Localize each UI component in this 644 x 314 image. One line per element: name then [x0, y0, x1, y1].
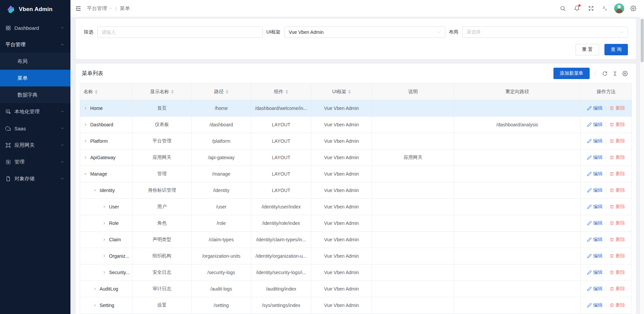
- search-icon[interactable]: [557, 2, 569, 14]
- column-header-[interactable]: 显示名称: [132, 83, 192, 100]
- delete-button[interactable]: 删除: [609, 154, 625, 161]
- delete-button[interactable]: 删除: [609, 187, 625, 193]
- sidebar-subitem-data-dictionary[interactable]: 数据字典: [0, 86, 70, 103]
- cell-display-name: 审计日志: [132, 281, 192, 297]
- chevron-right-icon[interactable]: [102, 221, 106, 225]
- edit-button[interactable]: 编辑: [587, 171, 602, 177]
- column-header-[interactable]: 名称: [80, 83, 132, 100]
- edit-button[interactable]: 编辑: [587, 302, 602, 308]
- chevron-right-icon[interactable]: [84, 123, 88, 127]
- app-logo[interactable]: Vben Admin: [0, 0, 70, 19]
- sidebar-item-manage[interactable]: 管理: [0, 153, 70, 170]
- user-avatar-button[interactable]: [613, 2, 625, 14]
- sidebar-item-api-gateway[interactable]: 应用网关: [0, 137, 70, 153]
- cell-description: [372, 297, 454, 314]
- chevron-right-icon[interactable]: [84, 155, 88, 160]
- edit-button[interactable]: 编辑: [587, 237, 602, 243]
- edit-button[interactable]: 编辑: [587, 154, 602, 161]
- sort-icon[interactable]: [285, 90, 288, 94]
- translate-icon[interactable]: 文A: [599, 2, 611, 14]
- storage-icon: [5, 176, 11, 182]
- trash-icon: [609, 204, 614, 209]
- delete-button[interactable]: 删除: [609, 286, 625, 292]
- ui-framework-select[interactable]: Vue Vben Admin: [284, 26, 445, 38]
- sidebar-item-dashboard[interactable]: Dashboard: [0, 19, 70, 36]
- cell-display-name: 设置: [132, 297, 192, 314]
- chevron-right-icon[interactable]: [93, 303, 97, 307]
- fullscreen-icon[interactable]: [585, 2, 597, 14]
- sidebar-item-saas[interactable]: Saas: [0, 120, 70, 137]
- chevron-right-icon[interactable]: [84, 106, 88, 110]
- sidebar-item-object-storage[interactable]: 对象存储: [0, 170, 70, 187]
- page-scrollbar[interactable]: [640, 17, 644, 314]
- delete-button[interactable]: 删除: [609, 138, 625, 144]
- column-header-[interactable]: 路径: [192, 83, 251, 100]
- edit-button[interactable]: 编辑: [587, 138, 602, 144]
- action-divider: [606, 254, 606, 258]
- layout-select[interactable]: 请选择: [462, 26, 628, 38]
- edit-button[interactable]: 编辑: [587, 204, 602, 210]
- sidebar-subitem-menu[interactable]: 菜单: [0, 70, 70, 86]
- sort-icon[interactable]: [226, 90, 228, 94]
- edit-button[interactable]: 编辑: [587, 253, 602, 259]
- chevron-down-icon[interactable]: [93, 188, 97, 192]
- trash-icon: [609, 139, 614, 143]
- notification-icon[interactable]: [571, 2, 583, 14]
- delete-button[interactable]: 删除: [609, 269, 625, 275]
- cell-display-name: 身份标识管理: [132, 182, 192, 199]
- edit-button[interactable]: 编辑: [587, 122, 602, 128]
- row-height-icon[interactable]: [610, 71, 620, 76]
- chevron-right-icon[interactable]: [102, 238, 106, 242]
- settings-icon[interactable]: [627, 2, 639, 14]
- edit-icon: [587, 139, 592, 143]
- cell-description: [372, 100, 454, 117]
- table-row-platform: Platform平台管理/platformLAYOUTVue Vben Admi…: [80, 133, 632, 149]
- cell-redirect: [454, 297, 581, 314]
- sort-icon[interactable]: [348, 90, 351, 94]
- chevron-right-icon[interactable]: [93, 287, 97, 291]
- column-settings-icon[interactable]: [620, 71, 630, 76]
- chevron-right-icon[interactable]: [102, 205, 106, 209]
- sidebar-item-platform[interactable]: 平台管理: [0, 36, 70, 53]
- cell-description: [372, 117, 454, 133]
- refresh-icon[interactable]: [600, 71, 610, 76]
- reset-button[interactable]: 重 置: [576, 44, 599, 55]
- table-toolbar: 菜单列表 添加新菜单: [80, 64, 632, 83]
- delete-button[interactable]: 删除: [609, 204, 625, 210]
- chevron-right-icon[interactable]: [102, 254, 106, 258]
- sidebar-subitem-layout[interactable]: 布局: [0, 53, 70, 70]
- row-name: Setting: [100, 303, 114, 308]
- sidebar-collapse-icon[interactable]: [75, 5, 82, 12]
- sort-icon[interactable]: [171, 90, 174, 94]
- table-row-security: Security...安全日志/security-logs/identity/s…: [80, 264, 632, 281]
- delete-button[interactable]: 删除: [609, 253, 625, 259]
- chevron-right-icon[interactable]: [84, 139, 88, 143]
- delete-button[interactable]: 删除: [609, 220, 625, 226]
- search-button[interactable]: 查 询: [604, 44, 628, 55]
- cell-path: /security-logs: [192, 264, 251, 281]
- breadcrumb-item-menu[interactable]: 菜单: [120, 5, 130, 12]
- delete-button[interactable]: 删除: [609, 302, 625, 308]
- row-name: AuditLog: [100, 286, 118, 292]
- sort-icon[interactable]: [95, 90, 98, 94]
- table-row-identity: Identity身份标识管理/identityLAYOUTVue Vben Ad…: [80, 182, 632, 199]
- scrollbar-thumb[interactable]: [641, 19, 644, 62]
- delete-button[interactable]: 删除: [609, 105, 625, 111]
- delete-button[interactable]: 删除: [609, 237, 625, 243]
- chevron-right-icon[interactable]: [102, 270, 106, 274]
- column-header-ui[interactable]: UI框架: [311, 83, 372, 100]
- edit-button[interactable]: 编辑: [587, 286, 602, 292]
- edit-button[interactable]: 编辑: [587, 220, 602, 226]
- edit-button[interactable]: 编辑: [587, 187, 602, 193]
- add-menu-button[interactable]: 添加新菜单: [553, 68, 590, 79]
- edit-button[interactable]: 编辑: [587, 105, 602, 111]
- edit-button[interactable]: 编辑: [587, 269, 602, 275]
- delete-button[interactable]: 删除: [609, 171, 625, 177]
- column-label: UI框架: [332, 89, 346, 95]
- breadcrumb-item-platform[interactable]: 平台管理: [87, 5, 112, 12]
- keyword-input[interactable]: [97, 26, 263, 38]
- column-header-[interactable]: 组件: [251, 83, 311, 100]
- chevron-down-icon[interactable]: [84, 172, 88, 176]
- sidebar-item-localization[interactable]: A本地化管理: [0, 103, 70, 120]
- delete-button[interactable]: 删除: [609, 122, 625, 128]
